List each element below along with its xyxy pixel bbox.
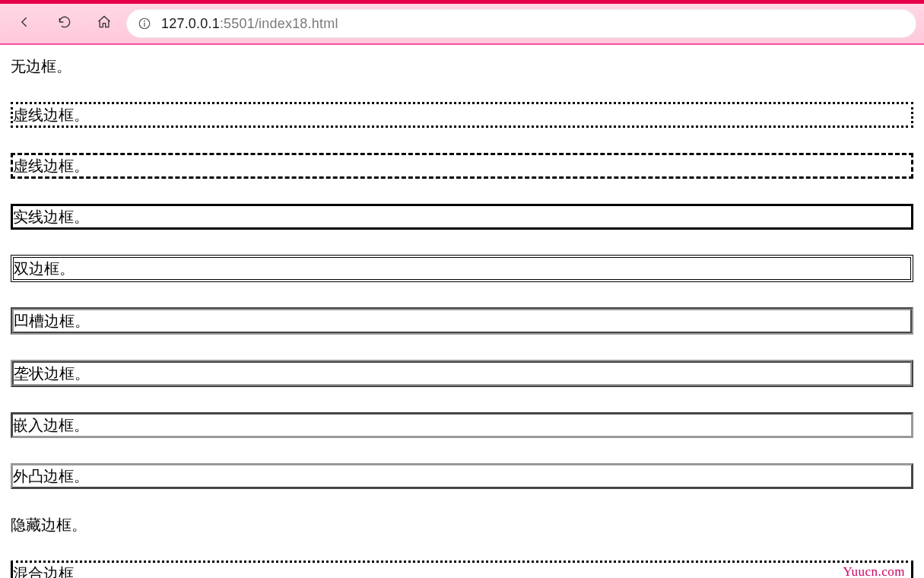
- back-icon: [17, 14, 33, 33]
- site-info-icon[interactable]: [137, 16, 152, 31]
- border-demo-solid: 实线边框。: [11, 204, 913, 230]
- refresh-icon: [57, 14, 72, 33]
- border-demo-hidden: 隐藏边框。: [11, 514, 913, 535]
- border-demo-groove: 凹槽边框。: [11, 307, 913, 335]
- page-content: 无边框。 虚线边框。 虚线边框。 实线边框。 双边框。 凹槽边框。 垄状边框。 …: [0, 45, 924, 578]
- watermark: Yuucn.com: [843, 561, 905, 578]
- border-demo-mixed: 混合边框 Yuucn.com: [11, 561, 913, 578]
- address-bar[interactable]: 127.0.0.1:5501/index18.html: [126, 9, 916, 38]
- border-demo-outset: 外凸边框。: [11, 463, 913, 489]
- home-icon: [97, 14, 112, 33]
- url-text: 127.0.0.1:5501/index18.html: [161, 16, 338, 32]
- back-button[interactable]: [8, 8, 43, 39]
- border-demo-inset: 嵌入边框。: [11, 412, 913, 438]
- browser-toolbar: 127.0.0.1:5501/index18.html: [0, 4, 924, 45]
- url-path: :5501/index18.html: [220, 16, 338, 31]
- border-demo-none: 无边框。: [11, 56, 913, 77]
- home-button[interactable]: [87, 8, 122, 39]
- border-demo-dotted: 虚线边框。: [11, 102, 913, 128]
- border-demo-double: 双边框。: [11, 255, 913, 282]
- url-host: 127.0.0.1: [161, 16, 220, 31]
- border-demo-mixed-text: 混合边框: [13, 565, 74, 578]
- refresh-button[interactable]: [47, 8, 82, 39]
- border-demo-dashed: 虚线边框。: [11, 153, 913, 179]
- border-demo-ridge: 垄状边框。: [11, 360, 913, 387]
